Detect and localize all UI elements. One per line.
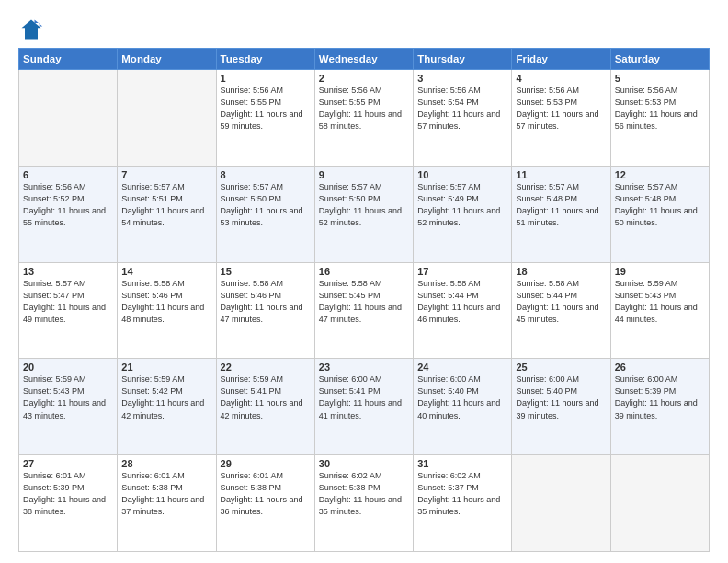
- calendar-cell: 13Sunrise: 5:57 AM Sunset: 5:47 PM Dayli…: [19, 262, 118, 359]
- day-info: Sunrise: 5:57 AM Sunset: 5:47 PM Dayligh…: [23, 278, 113, 326]
- day-info: Sunrise: 6:01 AM Sunset: 5:38 PM Dayligh…: [121, 470, 211, 518]
- day-number: 1: [221, 73, 311, 84]
- day-number: 6: [23, 169, 113, 180]
- calendar-cell: 6Sunrise: 5:56 AM Sunset: 5:52 PM Daylig…: [19, 166, 118, 262]
- calendar-cell: 16Sunrise: 5:58 AM Sunset: 5:45 PM Dayli…: [314, 262, 413, 359]
- calendar-week-row: 27Sunrise: 6:01 AM Sunset: 5:39 PM Dayli…: [19, 455, 710, 552]
- calendar-cell: 9Sunrise: 5:57 AM Sunset: 5:50 PM Daylig…: [314, 166, 413, 262]
- calendar-cell: [512, 455, 610, 552]
- calendar-week-row: 20Sunrise: 5:59 AM Sunset: 5:43 PM Dayli…: [19, 359, 710, 455]
- day-number: 26: [615, 362, 705, 373]
- calendar-cell: 25Sunrise: 6:00 AM Sunset: 5:40 PM Dayli…: [512, 359, 610, 455]
- day-number: 15: [221, 266, 311, 277]
- day-info: Sunrise: 5:57 AM Sunset: 5:50 PM Dayligh…: [221, 181, 311, 229]
- calendar-table: SundayMondayTuesdayWednesdayThursdayFrid…: [18, 48, 710, 552]
- calendar-cell: 23Sunrise: 6:00 AM Sunset: 5:41 PM Dayli…: [314, 359, 413, 455]
- calendar-cell: 12Sunrise: 5:57 AM Sunset: 5:48 PM Dayli…: [610, 166, 709, 262]
- day-number: 7: [121, 169, 211, 180]
- calendar-cell: 17Sunrise: 5:58 AM Sunset: 5:44 PM Dayli…: [414, 262, 512, 359]
- day-number: 27: [23, 458, 113, 469]
- day-info: Sunrise: 5:57 AM Sunset: 5:50 PM Dayligh…: [319, 181, 409, 229]
- day-number: 10: [417, 169, 507, 180]
- day-number: 24: [417, 362, 507, 373]
- calendar-cell: 30Sunrise: 6:02 AM Sunset: 5:38 PM Dayli…: [314, 455, 413, 552]
- logo: [18, 17, 48, 42]
- day-info: Sunrise: 5:58 AM Sunset: 5:46 PM Dayligh…: [221, 278, 311, 326]
- day-info: Sunrise: 6:01 AM Sunset: 5:39 PM Dayligh…: [23, 470, 113, 518]
- page: SundayMondayTuesdayWednesdayThursdayFrid…: [0, 0, 728, 563]
- day-number: 9: [319, 169, 409, 180]
- weekday-header-tuesday: Tuesday: [216, 49, 314, 70]
- calendar-cell: [610, 455, 709, 552]
- weekday-header-sunday: Sunday: [19, 49, 118, 70]
- calendar-cell: 7Sunrise: 5:57 AM Sunset: 5:51 PM Daylig…: [118, 166, 216, 262]
- day-info: Sunrise: 6:00 AM Sunset: 5:39 PM Dayligh…: [615, 373, 705, 421]
- day-number: 2: [319, 73, 409, 84]
- day-number: 19: [615, 266, 705, 277]
- day-number: 21: [121, 362, 211, 373]
- day-number: 22: [221, 362, 311, 373]
- day-number: 17: [417, 266, 507, 277]
- calendar-cell: 29Sunrise: 6:01 AM Sunset: 5:38 PM Dayli…: [216, 455, 314, 552]
- calendar-cell: 5Sunrise: 5:56 AM Sunset: 5:53 PM Daylig…: [610, 70, 709, 167]
- day-number: 23: [319, 362, 409, 373]
- day-info: Sunrise: 5:59 AM Sunset: 5:42 PM Dayligh…: [121, 373, 211, 421]
- calendar-cell: 20Sunrise: 5:59 AM Sunset: 5:43 PM Dayli…: [19, 359, 118, 455]
- day-number: 3: [417, 73, 507, 84]
- day-info: Sunrise: 5:59 AM Sunset: 5:43 PM Dayligh…: [615, 278, 705, 326]
- calendar-cell: 14Sunrise: 5:58 AM Sunset: 5:46 PM Dayli…: [118, 262, 216, 359]
- day-number: 31: [417, 458, 507, 469]
- day-number: 18: [516, 266, 606, 277]
- day-info: Sunrise: 5:58 AM Sunset: 5:45 PM Dayligh…: [319, 278, 409, 326]
- day-info: Sunrise: 5:57 AM Sunset: 5:48 PM Dayligh…: [615, 181, 705, 229]
- day-number: 29: [221, 458, 311, 469]
- calendar-cell: 8Sunrise: 5:57 AM Sunset: 5:50 PM Daylig…: [216, 166, 314, 262]
- day-number: 8: [221, 169, 311, 180]
- day-info: Sunrise: 5:57 AM Sunset: 5:49 PM Dayligh…: [417, 181, 507, 229]
- day-number: 14: [121, 266, 211, 277]
- calendar-week-row: 1Sunrise: 5:56 AM Sunset: 5:55 PM Daylig…: [19, 70, 710, 167]
- day-info: Sunrise: 5:56 AM Sunset: 5:53 PM Dayligh…: [615, 85, 705, 132]
- calendar-cell: 4Sunrise: 5:56 AM Sunset: 5:53 PM Daylig…: [512, 70, 610, 167]
- calendar-cell: 24Sunrise: 6:00 AM Sunset: 5:40 PM Dayli…: [414, 359, 512, 455]
- calendar-cell: [118, 70, 216, 167]
- calendar-cell: 2Sunrise: 5:56 AM Sunset: 5:55 PM Daylig…: [314, 70, 413, 167]
- weekday-header-saturday: Saturday: [610, 49, 709, 70]
- logo-icon: [18, 17, 44, 42]
- day-number: 28: [121, 458, 211, 469]
- day-info: Sunrise: 5:58 AM Sunset: 5:44 PM Dayligh…: [516, 278, 606, 326]
- day-info: Sunrise: 5:56 AM Sunset: 5:55 PM Dayligh…: [221, 85, 311, 132]
- day-info: Sunrise: 6:01 AM Sunset: 5:38 PM Dayligh…: [221, 470, 311, 518]
- calendar-cell: 21Sunrise: 5:59 AM Sunset: 5:42 PM Dayli…: [118, 359, 216, 455]
- calendar-cell: 3Sunrise: 5:56 AM Sunset: 5:54 PM Daylig…: [414, 70, 512, 167]
- calendar-cell: 27Sunrise: 6:01 AM Sunset: 5:39 PM Dayli…: [19, 455, 118, 552]
- day-info: Sunrise: 5:58 AM Sunset: 5:44 PM Dayligh…: [417, 278, 507, 326]
- day-info: Sunrise: 5:56 AM Sunset: 5:52 PM Dayligh…: [23, 181, 113, 229]
- day-number: 20: [23, 362, 113, 373]
- day-info: Sunrise: 6:00 AM Sunset: 5:40 PM Dayligh…: [516, 373, 606, 421]
- day-info: Sunrise: 5:59 AM Sunset: 5:41 PM Dayligh…: [221, 373, 311, 421]
- calendar-cell: 10Sunrise: 5:57 AM Sunset: 5:49 PM Dayli…: [414, 166, 512, 262]
- weekday-header-monday: Monday: [118, 49, 216, 70]
- calendar-cell: 11Sunrise: 5:57 AM Sunset: 5:48 PM Dayli…: [512, 166, 610, 262]
- calendar-cell: 19Sunrise: 5:59 AM Sunset: 5:43 PM Dayli…: [610, 262, 709, 359]
- header: [18, 17, 710, 42]
- calendar-header-row: SundayMondayTuesdayWednesdayThursdayFrid…: [19, 49, 710, 70]
- weekday-header-wednesday: Wednesday: [314, 49, 413, 70]
- day-number: 25: [516, 362, 606, 373]
- day-info: Sunrise: 5:56 AM Sunset: 5:54 PM Dayligh…: [417, 85, 507, 132]
- day-number: 30: [319, 458, 409, 469]
- day-number: 5: [615, 73, 705, 84]
- day-info: Sunrise: 6:00 AM Sunset: 5:41 PM Dayligh…: [319, 373, 409, 421]
- calendar-cell: 31Sunrise: 6:02 AM Sunset: 5:37 PM Dayli…: [414, 455, 512, 552]
- weekday-header-friday: Friday: [512, 49, 610, 70]
- calendar-week-row: 6Sunrise: 5:56 AM Sunset: 5:52 PM Daylig…: [19, 166, 710, 262]
- calendar-cell: 15Sunrise: 5:58 AM Sunset: 5:46 PM Dayli…: [216, 262, 314, 359]
- day-info: Sunrise: 5:59 AM Sunset: 5:43 PM Dayligh…: [23, 373, 113, 421]
- weekday-header-thursday: Thursday: [414, 49, 512, 70]
- day-number: 11: [516, 169, 606, 180]
- day-number: 12: [615, 169, 705, 180]
- day-info: Sunrise: 5:57 AM Sunset: 5:51 PM Dayligh…: [121, 181, 211, 229]
- day-info: Sunrise: 5:57 AM Sunset: 5:48 PM Dayligh…: [516, 181, 606, 229]
- day-info: Sunrise: 5:56 AM Sunset: 5:53 PM Dayligh…: [516, 85, 606, 132]
